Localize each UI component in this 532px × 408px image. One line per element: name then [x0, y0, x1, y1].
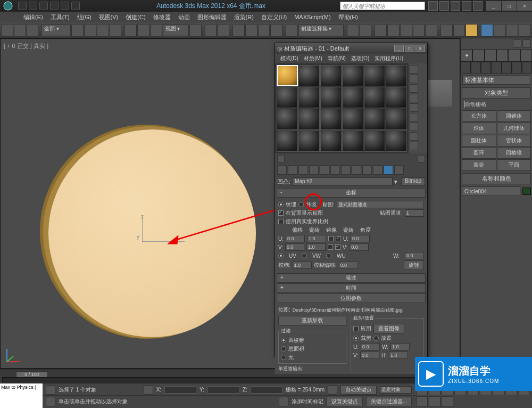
menu-rendering[interactable]: 渲染(R) — [231, 12, 257, 22]
select-icon[interactable] — [71, 24, 84, 37]
view-image-button[interactable]: 查看图像 — [373, 324, 404, 333]
select-name-icon[interactable] — [84, 24, 96, 37]
show-map-icon[interactable] — [362, 165, 372, 175]
u-tiling-spinner[interactable]: 1.0 — [307, 235, 326, 242]
pivot-icon[interactable] — [189, 24, 202, 37]
favorite-icon[interactable] — [462, 1, 471, 11]
spacewarps-subtab-icon[interactable] — [512, 62, 522, 74]
mat-slot-20[interactable] — [298, 130, 320, 152]
make-unique-icon[interactable] — [330, 165, 340, 175]
viewcube-icon[interactable] — [426, 80, 452, 107]
make-preview-icon[interactable] — [410, 113, 418, 121]
exchange-icon[interactable] — [451, 1, 460, 11]
mat-slot-3[interactable] — [320, 65, 342, 86]
menu-tools[interactable]: 工具(T) — [47, 12, 73, 22]
z-coord-input[interactable] — [251, 386, 282, 394]
select-by-mat-icon[interactable] — [410, 132, 418, 141]
show-back-checkbox[interactable] — [278, 210, 284, 216]
menu-customize[interactable]: 自定义(U) — [258, 12, 290, 22]
blur-spinner[interactable]: 1.0 — [293, 262, 312, 269]
map-name-field[interactable]: Map #2 — [292, 177, 393, 186]
menu-modifiers[interactable]: 修改器 — [150, 12, 174, 22]
u-offset-spinner[interactable]: 0.0 — [286, 235, 305, 242]
isolate-icon[interactable] — [144, 385, 153, 395]
none-radio[interactable] — [281, 355, 286, 360]
put-to-library-icon[interactable] — [341, 165, 351, 175]
put-to-scene-icon[interactable] — [288, 165, 297, 175]
layers-icon[interactable] — [375, 24, 387, 37]
object-name-input[interactable]: Circle004 — [462, 186, 520, 196]
crop-h-spinner[interactable]: 1.0 — [389, 352, 408, 359]
mapping-combo[interactable]: 显式贴图通道 — [337, 201, 424, 208]
time-track[interactable] — [2, 377, 458, 382]
rollout-bitmap-params[interactable]: -位图参数 — [277, 293, 426, 303]
maximize-button[interactable]: □ — [502, 1, 517, 11]
create-tab-icon[interactable]: ✦ — [461, 49, 472, 62]
mat-slot-4[interactable] — [342, 65, 363, 86]
rotate-button[interactable]: 旋转 — [404, 260, 424, 270]
sample-type-icon[interactable] — [410, 65, 418, 74]
viewport-label[interactable]: [ + 0 正交 ] 真实 ] — [4, 42, 48, 50]
rollout-coordinates[interactable]: -坐标 — [277, 188, 426, 198]
render-frame-icon[interactable] — [453, 24, 466, 37]
teapot-icon[interactable] — [519, 24, 531, 37]
fov-icon[interactable] — [416, 396, 428, 407]
rollout-name-color[interactable]: 名称和颜色 — [462, 173, 531, 184]
inherit-container-icon[interactable] — [506, 24, 518, 37]
sphere-button[interactable]: 球体 — [462, 123, 496, 134]
mat-prev-icon[interactable] — [277, 155, 285, 162]
cylinder-button[interactable]: 圆柱体 — [462, 135, 496, 146]
render-production-icon[interactable] — [466, 24, 478, 37]
teapot-button[interactable]: 茶壶 — [462, 159, 496, 171]
rollout-noise[interactable]: +噪波 — [277, 273, 426, 283]
assign-to-selection-icon[interactable] — [298, 165, 308, 175]
category-combo[interactable]: 标准基本体 — [462, 75, 530, 85]
cameras-subtab-icon[interactable] — [491, 62, 501, 74]
qat-new-icon[interactable] — [18, 2, 27, 10]
environ-radio[interactable] — [298, 202, 304, 207]
map-type-button[interactable]: Bitmap — [401, 177, 425, 186]
v-tiling-spinner[interactable]: 1.0 — [306, 243, 326, 251]
qat-undo-icon[interactable] — [50, 2, 59, 10]
mat-menu-utilities[interactable]: 实用程序(U) — [372, 55, 405, 62]
mat-slot-16[interactable] — [342, 109, 363, 130]
lamp-icon[interactable] — [513, 39, 521, 48]
material-editor-titlebar[interactable]: ◎ 材质编辑器 - 01 - Default _ □ × — [275, 43, 427, 54]
menu-edit[interactable]: 编辑(E) — [20, 12, 46, 22]
rotate-icon[interactable] — [137, 24, 149, 37]
w-angle-spinner[interactable]: 0.0 — [405, 252, 424, 259]
mat-slot-1[interactable] — [277, 65, 298, 86]
close-button[interactable]: × — [517, 1, 532, 11]
crop-u-spinner[interactable]: 0.0 — [361, 343, 380, 350]
mat-slot-17[interactable] — [364, 109, 385, 130]
mat-slot-15[interactable] — [320, 109, 342, 130]
mat-menu-options[interactable]: 选项(O) — [349, 55, 371, 62]
mat-map-nav-icon[interactable] — [410, 142, 418, 150]
orbit-icon[interactable] — [429, 396, 440, 407]
open-container-icon[interactable] — [494, 24, 506, 37]
graphite-icon[interactable] — [387, 24, 400, 37]
qat-more-icon[interactable] — [71, 2, 80, 10]
mat-minimize-button[interactable]: _ — [394, 45, 404, 52]
material-editor-icon[interactable] — [425, 24, 437, 37]
mat-slot-19[interactable] — [277, 130, 298, 152]
v-offset-spinner[interactable]: 0.0 — [285, 243, 304, 251]
torus-button[interactable]: 圆环 — [462, 147, 496, 159]
mat-slot-2[interactable] — [298, 65, 320, 86]
mat-slot-8[interactable] — [298, 87, 320, 108]
snap-percent-icon[interactable] — [258, 24, 270, 37]
video-color-icon[interactable] — [410, 103, 418, 112]
scale-icon[interactable] — [150, 24, 162, 37]
edit-named-sel-icon[interactable] — [286, 24, 298, 37]
mat-close-button[interactable]: × — [415, 45, 425, 52]
keyboard-shortcut-icon[interactable] — [217, 24, 229, 37]
mat-menu-material[interactable]: 材质(M) — [302, 55, 325, 62]
mat-slot-5[interactable] — [364, 65, 385, 86]
key-selset-combo[interactable]: 选定对象 — [380, 386, 412, 394]
manipulate-icon[interactable] — [205, 24, 217, 37]
mat-slot-11[interactable] — [364, 87, 385, 108]
bitmap-path-button[interactable]: Desktop\3Dmax如何制作柯南金币\柯南黑白贴图.jpg — [293, 307, 424, 314]
search-icon[interactable] — [428, 1, 438, 11]
make-copy-icon[interactable] — [320, 165, 329, 175]
go-forward-icon[interactable] — [394, 165, 404, 175]
